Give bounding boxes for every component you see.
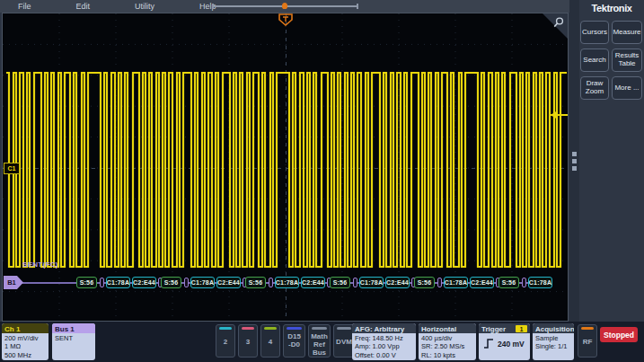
decode-pause-bracket[interactable]: [269, 278, 273, 287]
math-ref-bus-color-stripe: [312, 327, 327, 330]
decode-channel1-box[interactable]: C1:78A: [190, 277, 215, 288]
channel-4-button[interactable]: 4: [260, 324, 280, 358]
waveform-display[interactable]: C1 SENT(FC) B1 S:56C1:78AC2:E44S:56C1:78…: [2, 13, 569, 322]
bus-1-settings: SENT: [52, 333, 95, 342]
bus-decode-label: SENT(FC): [22, 260, 58, 269]
decode-frame: S:56C1:78AC2:E44: [245, 277, 330, 289]
channel-3-color-stripe: [242, 327, 254, 330]
search-button[interactable]: Search: [580, 49, 609, 72]
decode-channel2-box[interactable]: C2:E44: [470, 277, 494, 288]
panel-buttons: CursorsMeasureSearchResults TableDraw Zo…: [580, 21, 644, 100]
afg-settings: Freq: 148.50 HzAmp: 1.00 VppOffset: 0.00…: [352, 333, 416, 359]
channel-2-color-stripe: [219, 327, 232, 330]
menu-edit[interactable]: Edit: [71, 2, 96, 11]
decode-status-box[interactable]: S:56: [330, 277, 350, 288]
info-line: 400 µs/div: [421, 334, 476, 342]
info-line: 1 MΩ: [4, 342, 49, 350]
rf-button[interactable]: RF: [578, 324, 597, 358]
acquisition-badge[interactable]: Acquisition SampleSingle: 1/1: [533, 323, 574, 360]
decode-frame: S:56C1:78AC2:E44: [161, 277, 245, 289]
menu-bar: FileEditUtilityHelp: [0, 0, 569, 13]
magnifier-icon[interactable]: [552, 16, 565, 29]
digital-d15-d0-button[interactable]: D15-D0: [283, 324, 305, 358]
horizontal-settings: 400 µs/divSR: 2.50 MS/sRL: 10 kpts: [419, 333, 476, 359]
decode-status-box[interactable]: S:56: [76, 277, 97, 288]
cursors-button[interactable]: Cursors: [580, 21, 609, 44]
channel-2-button[interactable]: 2: [216, 324, 235, 358]
info-line: RL: 10 kpts: [421, 351, 476, 359]
channel-3-label: 3: [239, 338, 257, 346]
info-line: SENT: [55, 334, 95, 342]
decode-channel1-box[interactable]: C1:78A: [444, 277, 468, 288]
decode-channel2-box[interactable]: C2:E44: [216, 277, 241, 288]
bus-1-badge[interactable]: Bus 1 SENT: [52, 323, 95, 360]
trigger-settings: 240 mV: [479, 333, 530, 349]
trigger-position-slider-marker[interactable]: [282, 3, 287, 9]
rf-button-label: RF: [578, 338, 596, 346]
channel-4-color-stripe: [264, 327, 277, 330]
menu-file[interactable]: File: [13, 2, 37, 11]
decode-frame: S:56C1:78AC2:E44: [414, 277, 498, 289]
decode-pause-bracket[interactable]: [522, 278, 526, 287]
info-line: Sample: [535, 334, 574, 342]
decode-status-box[interactable]: S:56: [414, 277, 435, 288]
decode-status-box[interactable]: S:56: [245, 277, 266, 288]
status-bar: Ch 1 200 mV/div1 MΩ500 MHz Bus 1 SENT 23…: [0, 322, 644, 362]
rising-edge-icon: [483, 339, 494, 349]
digital-d15-d0-color-stripe: [287, 327, 302, 330]
run-stop-status-button[interactable]: Stopped: [600, 327, 638, 342]
panel-divider[interactable]: [569, 0, 579, 322]
decode-status-box[interactable]: S:56: [498, 277, 519, 288]
decode-channel2-box[interactable]: C2:E44: [301, 277, 325, 288]
channel-2-label: 2: [216, 338, 234, 346]
trigger-badge-head: Trigger 1: [479, 323, 530, 333]
trigger-badge-title: Trigger: [481, 325, 506, 333]
oscilloscope-app: FileEditUtilityHelp C1 SENT(FC) B1 S:56C…: [0, 0, 644, 362]
decode-channel1-box[interactable]: C1:78A: [528, 277, 552, 288]
divider-grip-dot: [572, 166, 577, 171]
acquisition-settings: SampleSingle: 1/1: [533, 333, 574, 351]
decode-channel1-box[interactable]: C1:78A: [359, 277, 384, 288]
channel-3-button[interactable]: 3: [238, 324, 258, 358]
afg-badge-title: AFG: Arbitrary: [352, 323, 416, 333]
trigger-badge[interactable]: Trigger 1 240 mV: [479, 323, 530, 360]
decode-pause-bracket[interactable]: [100, 278, 104, 287]
trigger-level-marker[interactable]: [543, 110, 569, 120]
decode-pause-bracket[interactable]: [353, 278, 357, 287]
decode-status-box[interactable]: S:56: [161, 277, 181, 288]
channel-1-settings: 200 mV/div1 MΩ500 MHz: [2, 333, 49, 359]
decode-channel2-box[interactable]: C2:E44: [385, 277, 410, 288]
bus-decode-row[interactable]: S:56C1:78AC2:E44S:56C1:78AC2:E44S:56C1:7…: [76, 277, 552, 289]
decode-frame: S:56C1:78AC2:E44: [76, 277, 161, 289]
math-ref-bus-button[interactable]: MathRefBus: [308, 324, 331, 358]
info-line: Single: 1/1: [535, 342, 574, 350]
decode-pause-bracket[interactable]: [437, 278, 442, 287]
measure-button[interactable]: Measure: [612, 21, 642, 44]
divider-grip-dot: [572, 152, 577, 156]
decode-channel1-box[interactable]: C1:78A: [106, 277, 130, 288]
divider-grip-dot: [572, 159, 577, 163]
tektronix-logo: Tektronix: [579, 3, 644, 13]
decode-pause-bracket[interactable]: [184, 278, 189, 287]
trigger-position-icon[interactable]: [278, 13, 294, 30]
info-line: 200 mV/div: [4, 334, 49, 342]
draw-zoom-button[interactable]: Draw Zoom: [580, 76, 609, 100]
digital-d15-d0-label: D15-D0: [284, 332, 304, 349]
more-button[interactable]: More ...: [612, 76, 642, 100]
menu-utility[interactable]: Utility: [129, 2, 160, 11]
decode-channel2-box[interactable]: C2:E44: [132, 277, 156, 288]
channel-1-position-marker[interactable]: C1: [4, 163, 20, 174]
decode-channel1-box[interactable]: C1:78A: [275, 277, 299, 288]
trigger-level-value: 240 mV: [498, 340, 525, 349]
info-line: 500 MHz: [4, 351, 49, 359]
channel-1-badge[interactable]: Ch 1 200 mV/div1 MΩ500 MHz: [2, 323, 49, 360]
afg-badge[interactable]: AFG: Arbitrary Freq: 148.50 HzAmp: 1.00 …: [352, 323, 416, 360]
horizontal-badge[interactable]: Horizontal 400 µs/divSR: 2.50 MS/sRL: 10…: [419, 323, 476, 360]
results-table-button[interactable]: Results Table: [612, 49, 642, 72]
info-line: Freq: 148.50 Hz: [355, 334, 416, 342]
acquisition-badge-title: Acquisition: [533, 323, 574, 333]
dvm-color-stripe: [337, 327, 351, 330]
horizontal-badge-title: Horizontal: [419, 323, 476, 333]
menu-items: FileEditUtilityHelp: [0, 2, 222, 11]
decode-frame: S:56C1:78AC2:E44: [330, 277, 414, 289]
